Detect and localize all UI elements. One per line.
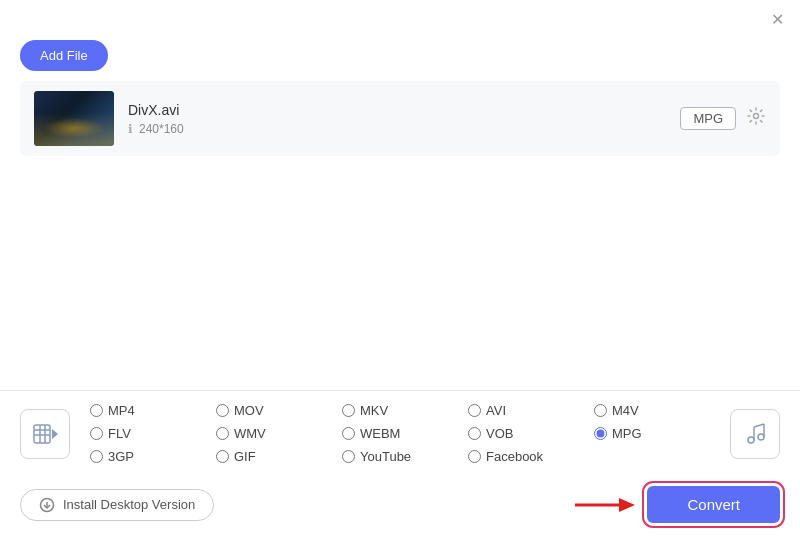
format-bar: MP4 MOV MKV AVI M4V FLV — [0, 390, 800, 476]
thumbnail-image — [34, 91, 114, 146]
format-option-flv[interactable]: FLV — [90, 426, 216, 441]
install-desktop-button[interactable]: Install Desktop Version — [20, 489, 214, 521]
format-option-mkv[interactable]: MKV — [342, 403, 468, 418]
info-icon: ℹ — [128, 122, 133, 136]
format-radio-webm[interactable] — [342, 427, 355, 440]
format-radio-mkv[interactable] — [342, 404, 355, 417]
install-label: Install Desktop Version — [63, 497, 195, 512]
file-list: DivX.avi ℹ 240*160 MPG — [0, 81, 800, 390]
close-icon: ✕ — [771, 10, 784, 29]
file-meta: ℹ 240*160 — [128, 122, 666, 136]
svg-marker-6 — [52, 429, 58, 439]
main-window: ✕ Add File DivX.avi ℹ 240*160 MPG — [0, 0, 800, 539]
format-radio-mpg[interactable] — [594, 427, 607, 440]
format-radio-wmv[interactable] — [216, 427, 229, 440]
arrow-container: Convert — [575, 486, 780, 523]
top-bar: Add File — [0, 34, 800, 81]
format-option-wmv[interactable]: WMV — [216, 426, 342, 441]
add-file-button[interactable]: Add File — [20, 40, 108, 71]
file-name: DivX.avi — [128, 102, 666, 118]
format-radio-youtube[interactable] — [342, 450, 355, 463]
format-option-mp4[interactable]: MP4 — [90, 403, 216, 418]
format-radio-flv[interactable] — [90, 427, 103, 440]
format-option-youtube[interactable]: YouTube — [342, 449, 468, 464]
format-radio-mp4[interactable] — [90, 404, 103, 417]
action-bar: Install Desktop Version Convert — [0, 476, 800, 539]
file-actions: MPG — [680, 106, 766, 131]
format-option-webm[interactable]: WEBM — [342, 426, 468, 441]
close-button[interactable]: ✕ — [768, 10, 786, 28]
file-info: DivX.avi ℹ 240*160 — [128, 102, 666, 136]
format-option-gif[interactable]: GIF — [216, 449, 342, 464]
red-arrow-svg — [575, 493, 635, 517]
format-option-avi[interactable]: AVI — [468, 403, 594, 418]
svg-point-8 — [758, 434, 764, 440]
format-option-vob[interactable]: VOB — [468, 426, 594, 441]
file-dimensions: 240*160 — [139, 122, 184, 136]
format-radio-3gp[interactable] — [90, 450, 103, 463]
format-radio-facebook[interactable] — [468, 450, 481, 463]
format-radio-mov[interactable] — [216, 404, 229, 417]
format-radio-vob[interactable] — [468, 427, 481, 440]
format-option-mpg[interactable]: MPG — [594, 426, 720, 441]
format-option-facebook[interactable]: Facebook — [468, 449, 594, 464]
format-options: MP4 MOV MKV AVI M4V FLV — [90, 403, 720, 464]
download-icon — [39, 497, 55, 513]
video-format-icon[interactable] — [20, 409, 70, 459]
title-bar: ✕ — [0, 0, 800, 34]
svg-marker-15 — [619, 498, 635, 512]
file-item: DivX.avi ℹ 240*160 MPG — [20, 81, 780, 156]
convert-button[interactable]: Convert — [647, 486, 780, 523]
format-radio-m4v[interactable] — [594, 404, 607, 417]
file-thumbnail — [34, 91, 114, 146]
format-option-3gp[interactable]: 3GP — [90, 449, 216, 464]
format-option-m4v[interactable]: M4V — [594, 403, 720, 418]
arrow-icon — [575, 493, 635, 517]
settings-icon[interactable] — [746, 106, 766, 131]
svg-point-0 — [754, 114, 759, 119]
format-badge[interactable]: MPG — [680, 107, 736, 130]
format-option-mov[interactable]: MOV — [216, 403, 342, 418]
svg-rect-1 — [34, 425, 50, 443]
format-radio-avi[interactable] — [468, 404, 481, 417]
svg-point-7 — [748, 437, 754, 443]
format-radio-gif[interactable] — [216, 450, 229, 463]
svg-line-11 — [754, 424, 764, 427]
audio-format-icon[interactable] — [730, 409, 780, 459]
